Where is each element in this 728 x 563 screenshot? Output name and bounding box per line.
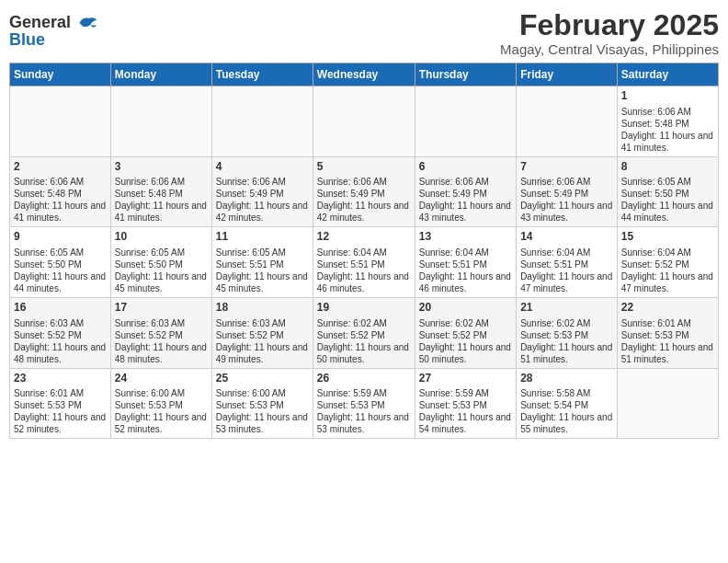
- day-number: 2: [14, 160, 107, 175]
- logo: General Blue: [9, 9, 98, 50]
- day-number: 4: [216, 160, 309, 175]
- day-number: 5: [317, 160, 411, 175]
- day-info: Sunrise: 6:06 AM Sunset: 5:49 PM Dayligh…: [419, 176, 512, 224]
- calendar-cell: [617, 368, 718, 439]
- weekday-header-monday: Monday: [110, 63, 211, 86]
- calendar-cell: 27Sunrise: 5:59 AM Sunset: 5:53 PM Dayli…: [415, 368, 516, 439]
- calendar-cell: [517, 86, 618, 157]
- weekday-header-row: SundayMondayTuesdayWednesdayThursdayFrid…: [10, 63, 719, 86]
- day-info: Sunrise: 6:06 AM Sunset: 5:48 PM Dayligh…: [621, 106, 714, 154]
- day-info: Sunrise: 5:58 AM Sunset: 5:54 PM Dayligh…: [520, 387, 613, 435]
- day-number: 15: [621, 230, 714, 245]
- day-number: 12: [317, 230, 411, 245]
- calendar-header: SundayMondayTuesdayWednesdayThursdayFrid…: [10, 63, 719, 86]
- day-info: Sunrise: 6:06 AM Sunset: 5:49 PM Dayligh…: [317, 176, 411, 224]
- day-number: 11: [216, 230, 309, 245]
- day-number: 23: [14, 372, 107, 386]
- calendar-cell: 17Sunrise: 6:03 AM Sunset: 5:52 PM Dayli…: [110, 297, 211, 368]
- calendar-cell: 12Sunrise: 6:04 AM Sunset: 5:51 PM Dayli…: [313, 227, 415, 298]
- calendar-week-2: 2Sunrise: 6:06 AM Sunset: 5:48 PM Daylig…: [10, 156, 719, 227]
- logo-bird-icon: [76, 15, 98, 31]
- calendar-cell: 1Sunrise: 6:06 AM Sunset: 5:48 PM Daylig…: [617, 86, 718, 157]
- day-info: Sunrise: 6:04 AM Sunset: 5:51 PM Dayligh…: [419, 247, 512, 294]
- calendar-cell: 13Sunrise: 6:04 AM Sunset: 5:51 PM Dayli…: [415, 227, 516, 298]
- day-info: Sunrise: 6:05 AM Sunset: 5:51 PM Dayligh…: [216, 247, 309, 294]
- calendar-cell: 3Sunrise: 6:06 AM Sunset: 5:48 PM Daylig…: [110, 156, 211, 227]
- calendar-cell: [415, 86, 516, 157]
- calendar-title: February 2025: [500, 9, 719, 41]
- calendar-cell: 11Sunrise: 6:05 AM Sunset: 5:51 PM Dayli…: [211, 227, 313, 298]
- day-number: 18: [216, 301, 309, 316]
- day-number: 9: [14, 230, 107, 245]
- calendar-cell: 15Sunrise: 6:04 AM Sunset: 5:52 PM Dayli…: [617, 227, 718, 298]
- weekday-header-friday: Friday: [517, 63, 618, 86]
- day-number: 13: [419, 230, 512, 245]
- weekday-header-wednesday: Wednesday: [313, 63, 415, 86]
- calendar-cell: 4Sunrise: 6:06 AM Sunset: 5:49 PM Daylig…: [211, 156, 313, 227]
- calendar-cell: 25Sunrise: 6:00 AM Sunset: 5:53 PM Dayli…: [211, 368, 313, 439]
- day-info: Sunrise: 6:04 AM Sunset: 5:52 PM Dayligh…: [621, 247, 714, 294]
- day-info: Sunrise: 5:59 AM Sunset: 5:53 PM Dayligh…: [419, 387, 512, 435]
- day-info: Sunrise: 6:05 AM Sunset: 5:50 PM Dayligh…: [115, 247, 208, 294]
- day-number: 7: [520, 160, 613, 175]
- day-number: 3: [115, 160, 208, 175]
- weekday-header-tuesday: Tuesday: [211, 63, 313, 86]
- calendar-body: 1Sunrise: 6:06 AM Sunset: 5:48 PM Daylig…: [10, 86, 719, 439]
- day-info: Sunrise: 6:06 AM Sunset: 5:48 PM Dayligh…: [115, 176, 208, 224]
- day-info: Sunrise: 6:02 AM Sunset: 5:53 PM Dayligh…: [520, 317, 613, 365]
- logo-general: General: [9, 13, 98, 32]
- day-info: Sunrise: 6:03 AM Sunset: 5:52 PM Dayligh…: [216, 317, 309, 365]
- calendar-cell: [313, 86, 415, 157]
- day-info: Sunrise: 6:06 AM Sunset: 5:49 PM Dayligh…: [216, 176, 309, 224]
- day-info: Sunrise: 6:06 AM Sunset: 5:48 PM Dayligh…: [14, 176, 107, 224]
- calendar-cell: 24Sunrise: 6:00 AM Sunset: 5:53 PM Dayli…: [110, 368, 211, 439]
- day-info: Sunrise: 6:06 AM Sunset: 5:49 PM Dayligh…: [520, 176, 613, 224]
- calendar-cell: 18Sunrise: 6:03 AM Sunset: 5:52 PM Dayli…: [211, 297, 313, 368]
- day-info: Sunrise: 6:00 AM Sunset: 5:53 PM Dayligh…: [115, 387, 208, 435]
- calendar-cell: [110, 86, 211, 157]
- calendar-cell: 5Sunrise: 6:06 AM Sunset: 5:49 PM Daylig…: [313, 156, 415, 227]
- day-info: Sunrise: 6:04 AM Sunset: 5:51 PM Dayligh…: [520, 247, 613, 294]
- calendar-cell: [10, 86, 111, 157]
- day-number: 28: [520, 372, 613, 386]
- day-number: 17: [115, 301, 208, 316]
- day-number: 6: [419, 160, 512, 175]
- calendar-cell: 6Sunrise: 6:06 AM Sunset: 5:49 PM Daylig…: [415, 156, 516, 227]
- day-info: Sunrise: 6:03 AM Sunset: 5:52 PM Dayligh…: [115, 317, 208, 365]
- day-info: Sunrise: 6:00 AM Sunset: 5:53 PM Dayligh…: [216, 387, 309, 435]
- day-number: 8: [621, 160, 714, 175]
- calendar-week-4: 16Sunrise: 6:03 AM Sunset: 5:52 PM Dayli…: [10, 297, 719, 368]
- day-info: Sunrise: 6:03 AM Sunset: 5:52 PM Dayligh…: [14, 317, 107, 365]
- calendar-cell: 23Sunrise: 6:01 AM Sunset: 5:53 PM Dayli…: [10, 368, 111, 439]
- calendar-week-3: 9Sunrise: 6:05 AM Sunset: 5:50 PM Daylig…: [10, 227, 719, 298]
- day-info: Sunrise: 6:02 AM Sunset: 5:52 PM Dayligh…: [317, 317, 411, 365]
- logo-blue-text: Blue: [9, 30, 45, 50]
- calendar-cell: [211, 86, 313, 157]
- calendar-week-1: 1Sunrise: 6:06 AM Sunset: 5:48 PM Daylig…: [10, 86, 719, 157]
- calendar-cell: 14Sunrise: 6:04 AM Sunset: 5:51 PM Dayli…: [517, 227, 618, 298]
- weekday-header-saturday: Saturday: [617, 63, 718, 86]
- page-header: General Blue February 2025 Magay, Centra…: [9, 9, 719, 57]
- day-number: 27: [419, 372, 512, 386]
- day-number: 22: [621, 301, 714, 316]
- calendar-cell: 8Sunrise: 6:05 AM Sunset: 5:50 PM Daylig…: [617, 156, 718, 227]
- calendar-cell: 28Sunrise: 5:58 AM Sunset: 5:54 PM Dayli…: [517, 368, 618, 439]
- day-number: 24: [115, 372, 208, 386]
- calendar-cell: 7Sunrise: 6:06 AM Sunset: 5:49 PM Daylig…: [517, 156, 618, 227]
- day-number: 10: [115, 230, 208, 245]
- day-info: Sunrise: 6:05 AM Sunset: 5:50 PM Dayligh…: [14, 247, 107, 294]
- calendar-cell: 20Sunrise: 6:02 AM Sunset: 5:52 PM Dayli…: [415, 297, 516, 368]
- day-info: Sunrise: 6:04 AM Sunset: 5:51 PM Dayligh…: [317, 247, 411, 294]
- day-number: 25: [216, 372, 309, 386]
- calendar-cell: 19Sunrise: 6:02 AM Sunset: 5:52 PM Dayli…: [313, 297, 415, 368]
- calendar-cell: 21Sunrise: 6:02 AM Sunset: 5:53 PM Dayli…: [517, 297, 618, 368]
- calendar-cell: 9Sunrise: 6:05 AM Sunset: 5:50 PM Daylig…: [10, 227, 111, 298]
- weekday-header-sunday: Sunday: [10, 63, 111, 86]
- calendar-cell: 10Sunrise: 6:05 AM Sunset: 5:50 PM Dayli…: [110, 227, 211, 298]
- day-number: 14: [520, 230, 613, 245]
- calendar-cell: 2Sunrise: 6:06 AM Sunset: 5:48 PM Daylig…: [10, 156, 111, 227]
- calendar-cell: 22Sunrise: 6:01 AM Sunset: 5:53 PM Dayli…: [617, 297, 718, 368]
- day-number: 1: [621, 89, 714, 104]
- weekday-header-thursday: Thursday: [415, 63, 516, 86]
- day-number: 16: [14, 301, 107, 316]
